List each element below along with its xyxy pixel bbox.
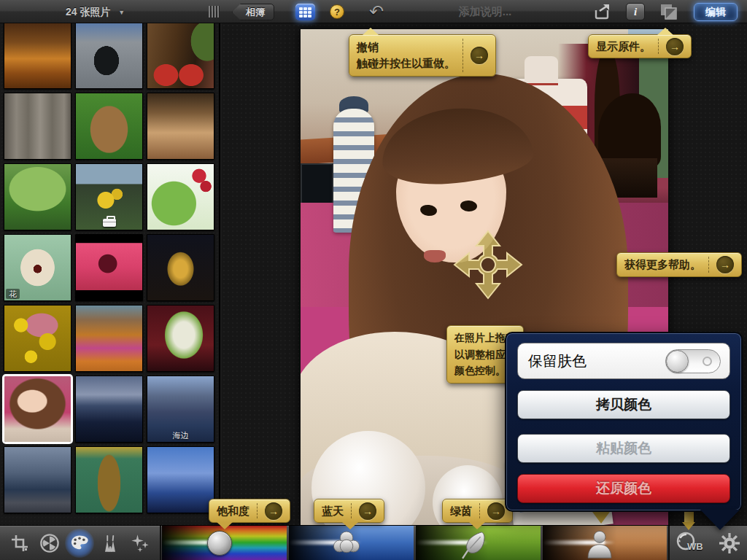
photo-count-dropdown[interactable]: 24 张照片 ▼ (66, 0, 125, 23)
thumbnail-badge: 海边 (170, 430, 192, 440)
thumbnail-sky-pylons[interactable] (147, 446, 214, 513)
color-adjust-tool-button[interactable] (66, 530, 93, 556)
tooltip-divider (658, 39, 659, 54)
undo-tooltip-more-button[interactable]: → (471, 47, 488, 64)
thumbnail-street-tram[interactable] (147, 23, 214, 89)
more-help-tooltip-label: 获得更多帮助。 (624, 257, 701, 273)
preserve-skin-label: 保留肤色 (528, 351, 587, 371)
edit-button[interactable]: 编辑 (694, 3, 738, 21)
preserve-skin-toggle[interactable] (665, 349, 721, 373)
compare-pages-icon (659, 3, 679, 20)
white-balance-tooltip-tail (684, 510, 694, 522)
tooltip-divider (462, 39, 463, 72)
greenery-slider[interactable] (416, 526, 541, 560)
show-original-tooltip-more-button[interactable]: → (666, 38, 684, 55)
undo-tooltip-body: 触碰并按住以重做。 (357, 55, 455, 71)
show-original-button[interactable] (659, 3, 679, 20)
crop-icon (10, 534, 29, 553)
revert-color-button[interactable]: 还原颜色 (517, 474, 730, 503)
undo-tooltip-title: 撤销 (357, 39, 455, 55)
thumbnail-leaf-on-grass[interactable] (75, 93, 143, 160)
albums-back-button[interactable]: 相簿 (232, 4, 274, 20)
help-button[interactable]: ? (330, 4, 344, 19)
saturation-tooltip-label: 饱和度 (217, 503, 249, 519)
blue-sky-tooltip-label: 蓝天 (322, 503, 344, 519)
thumbnail-red-berries-leaves[interactable] (147, 163, 214, 230)
greenery-tooltip-more-button[interactable]: → (487, 502, 505, 520)
brushes-tool-button[interactable] (97, 530, 123, 556)
thumbnail-yellow-chrysanthemums[interactable] (4, 305, 71, 372)
thumbnail-green-tree[interactable] (4, 163, 71, 230)
sparkles-icon (130, 533, 150, 553)
crop-tool-button[interactable] (7, 530, 33, 556)
albums-back-label: 相簿 (246, 7, 265, 18)
thumbnail-white-bouquet[interactable] (147, 305, 214, 372)
thumbnail-sidebar[interactable]: 花海边 (0, 23, 220, 525)
blue-sky-tooltip-more-button[interactable]: → (359, 502, 376, 520)
drag-move-icon[interactable] (453, 230, 523, 300)
enhance-tool-button[interactable] (36, 530, 63, 556)
wb-label: WB (687, 541, 703, 552)
tooltip-divider (708, 257, 709, 273)
top-toolbar: 24 张照片 ▼ 相簿 ? ↶ 添加说明... i (0, 0, 747, 23)
info-button[interactable]: i (626, 3, 645, 20)
chevron-down-icon: ▼ (118, 9, 125, 16)
thumbnail-grid-toggle-button[interactable] (295, 4, 315, 20)
bottom-toolbar: WB (0, 525, 747, 560)
show-original-tooltip: 显示原件。 → (588, 34, 692, 58)
thumbnail-yellow-flowers-window[interactable] (75, 163, 143, 230)
thumbnail-stone-building[interactable] (4, 93, 71, 160)
thumbnail-portrait-girl[interactable] (4, 376, 71, 443)
iphoto-edit-screen: 24 张照片 ▼ 相簿 ? ↶ 添加说明... i (0, 0, 747, 560)
toolbox-badge-icon (103, 219, 116, 227)
dog-statue (598, 93, 661, 168)
thumbnail-flower-mound[interactable] (75, 305, 143, 372)
saturation-slider-knob[interactable] (207, 531, 232, 556)
blue-sky-slider[interactable] (289, 526, 414, 560)
brushes-icon (100, 533, 120, 553)
saturation-tooltip: 饱和度 → (209, 499, 290, 523)
thumbnail-pink-flower[interactable] (75, 234, 143, 301)
thumbnail-bar-bottles[interactable] (4, 23, 71, 89)
paste-color-button[interactable]: 粘贴颜色 (517, 434, 730, 463)
thumbnail-black-bird[interactable] (75, 23, 143, 89)
thumbnail-dark-sea-sky[interactable] (75, 376, 143, 443)
white-balance-button[interactable]: WB (675, 530, 707, 556)
thumbnail-samurai-armor[interactable] (75, 446, 143, 513)
cloud-knob-icon[interactable] (329, 529, 364, 558)
skin-tone-slider[interactable] (543, 526, 667, 560)
saturation-tooltip-more-button[interactable]: → (265, 502, 282, 520)
show-original-tooltip-label: 显示原件。 (596, 39, 651, 55)
color-options-popover: 保留肤色 拷贝颜色 粘贴颜色 还原颜色 (505, 332, 743, 512)
copy-color-button[interactable]: 拷贝颜色 (517, 390, 730, 419)
thumbnail-spiky-flower[interactable]: 花 (4, 234, 71, 301)
settings-gear-button[interactable] (717, 531, 742, 556)
share-button[interactable] (592, 3, 613, 20)
edit-tools-group (0, 526, 161, 560)
thumbnail-seaside-cloud[interactable]: 海边 (147, 376, 214, 443)
caption-placeholder[interactable]: 添加说明... (427, 0, 543, 23)
more-help-tooltip-more-button[interactable]: → (716, 256, 734, 273)
effects-tool-button[interactable] (127, 530, 153, 556)
thumbnail-badge: 花 (6, 289, 20, 299)
thumbnail-shop-mannequins[interactable] (147, 93, 214, 160)
aperture-icon (39, 533, 60, 553)
preserve-skin-row: 保留肤色 (517, 343, 730, 379)
greenery-tooltip: 绿茵 → (442, 499, 513, 523)
sidebar-grip-handle[interactable] (209, 6, 219, 18)
edit-button-label: 编辑 (705, 6, 726, 18)
share-icon (592, 3, 613, 20)
saturation-slider[interactable] (162, 526, 287, 560)
undo-button[interactable]: ↶ (365, 1, 388, 23)
thumbnail-sea-rocks[interactable] (4, 446, 71, 513)
thumbnail-night-building[interactable] (147, 234, 214, 301)
blue-sky-tooltip: 蓝天 → (314, 499, 384, 523)
photo-count-label: 24 张照片 (66, 6, 110, 18)
greenery-tooltip-label: 绿茵 (450, 503, 472, 519)
person-knob-icon[interactable] (582, 529, 617, 559)
tooltip-divider (351, 503, 352, 518)
tooltip-divider (479, 503, 480, 518)
tooltip-divider (257, 503, 258, 518)
leaf-knob-icon[interactable] (456, 529, 491, 560)
palette-icon (69, 533, 90, 553)
